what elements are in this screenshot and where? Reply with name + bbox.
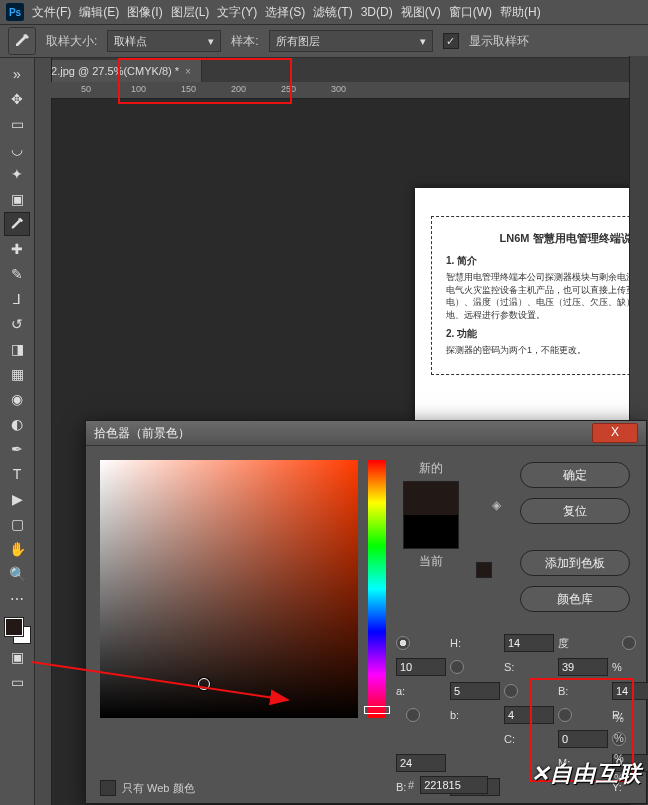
- hex-input[interactable]: [420, 776, 488, 794]
- color-picker-dialog: 拾色器（前景色） X 新的 当前 ◈ 确定 复位 添加到色板 颜色库: [85, 420, 647, 804]
- cube-icon[interactable]: ◈: [492, 498, 506, 512]
- tabs-toggle-icon[interactable]: »: [4, 62, 30, 86]
- close-tab-icon[interactable]: ×: [185, 66, 191, 77]
- chevron-down-icon: ▾: [420, 35, 426, 48]
- web-only-row: 只有 Web 颜色: [100, 780, 195, 796]
- foreground-swatch[interactable]: [5, 618, 23, 636]
- menu-help[interactable]: 帮助(H): [500, 0, 541, 24]
- ruler-horizontal: 50 100 150 200 250 300: [51, 82, 648, 99]
- menu-bar: Ps 文件(F) 编辑(E) 图像(I) 图层(L) 文字(Y) 选择(S) 滤…: [0, 0, 648, 25]
- more-tool[interactable]: ⋯: [4, 587, 30, 611]
- stamp-tool[interactable]: ⅃: [4, 287, 30, 311]
- hue-slider[interactable]: [368, 460, 386, 718]
- tool-panel: » ✥ ▭ ◡ ✦ ▣ ✚ ✎ ⅃ ↺ ◨ ▦ ◉ ◐ ✒ T ▶ ▢ ✋ 🔍 …: [0, 58, 35, 805]
- s-input[interactable]: [558, 658, 608, 676]
- menu-select[interactable]: 选择(S): [265, 0, 305, 24]
- current-label: 当前: [419, 553, 443, 570]
- hex-row: #: [408, 776, 488, 794]
- quickmask-tool[interactable]: ▣: [4, 645, 30, 669]
- radio-h[interactable]: [396, 636, 410, 650]
- lasso-tool[interactable]: ◡: [4, 137, 30, 161]
- sv-field[interactable]: [100, 460, 358, 718]
- radio-b[interactable]: [504, 684, 518, 698]
- add-swatch-button[interactable]: 添加到色板: [520, 550, 630, 576]
- lab-b-input[interactable]: [504, 706, 554, 724]
- screenmode-tool[interactable]: ▭: [4, 670, 30, 694]
- menu-view[interactable]: 视图(V): [401, 0, 441, 24]
- ruler-vertical: [35, 58, 52, 805]
- l-input[interactable]: [396, 658, 446, 676]
- current-color-swatch: [404, 515, 458, 548]
- menu-layer[interactable]: 图层(L): [171, 0, 210, 24]
- chevron-down-icon: ▾: [208, 35, 214, 48]
- hand-tool[interactable]: ✋: [4, 537, 30, 561]
- cancel-button[interactable]: 复位: [520, 498, 630, 524]
- sv-cursor[interactable]: [198, 678, 210, 690]
- menu-image[interactable]: 图像(I): [127, 0, 162, 24]
- doc-p1: 智慧用电管理终端本公司探测器模块与剩余电流互感器产生的电气火灾监控设备主机产品，…: [446, 271, 648, 321]
- sample-select[interactable]: 所有图层▾: [269, 30, 433, 52]
- radio-l[interactable]: [622, 636, 636, 650]
- heal-tool[interactable]: ✚: [4, 237, 30, 261]
- pen-tool[interactable]: ✒: [4, 437, 30, 461]
- new-color-swatch: [404, 482, 458, 515]
- web-only-checkbox[interactable]: [100, 780, 116, 796]
- marquee-tool[interactable]: ▭: [4, 112, 30, 136]
- document-tab[interactable]: 02.jpg @ 27.5%(CMYK/8) * ×: [35, 60, 202, 82]
- eyedropper-icon[interactable]: [8, 27, 36, 55]
- color-swatches[interactable]: [3, 616, 31, 644]
- menu-edit[interactable]: 编辑(E): [79, 0, 119, 24]
- eraser-tool[interactable]: ◨: [4, 337, 30, 361]
- new-label: 新的: [419, 460, 443, 477]
- eyedropper-tool[interactable]: [4, 212, 30, 236]
- sample-label: 样本:: [231, 33, 258, 50]
- tiny-swatch[interactable]: [476, 562, 492, 578]
- type-tool[interactable]: T: [4, 462, 30, 486]
- crop-tool[interactable]: ▣: [4, 187, 30, 211]
- path-select-tool[interactable]: ▶: [4, 487, 30, 511]
- menu-window[interactable]: 窗口(W): [449, 0, 492, 24]
- menu-file[interactable]: 文件(F): [32, 0, 71, 24]
- radio-s[interactable]: [450, 660, 464, 674]
- brush-tool[interactable]: ✎: [4, 262, 30, 286]
- radio-r[interactable]: [558, 708, 572, 722]
- hue-thumb[interactable]: [364, 706, 390, 714]
- color-preview: [403, 481, 459, 549]
- sample-size-label: 取样大小:: [46, 33, 97, 50]
- dialog-title: 拾色器（前景色）: [94, 425, 190, 442]
- zoom-tool[interactable]: 🔍: [4, 562, 30, 586]
- close-button[interactable]: X: [592, 423, 638, 443]
- c-input[interactable]: [558, 730, 608, 748]
- document-tabs: 02.jpg @ 27.5%(CMYK/8) * ×: [35, 58, 648, 82]
- gradient-tool[interactable]: ▦: [4, 362, 30, 386]
- options-bar: 取样大小: 取样点▾ 样本: 所有图层▾ ✓ 显示取样环: [0, 25, 648, 58]
- tab-label: 02.jpg @ 27.5%(CMYK/8) *: [45, 65, 179, 77]
- ok-button[interactable]: 确定: [520, 462, 630, 488]
- doc-title: LN6M 智慧用电管理终端说明: [446, 231, 648, 246]
- move-tool[interactable]: ✥: [4, 87, 30, 111]
- radio-b2[interactable]: [406, 708, 420, 722]
- doc-h2: 2. 功能: [446, 327, 648, 341]
- dialog-titlebar[interactable]: 拾色器（前景色） X: [86, 421, 646, 446]
- ps-logo: Ps: [6, 3, 24, 21]
- web-only-label: 只有 Web 颜色: [122, 781, 195, 796]
- color-library-button[interactable]: 颜色库: [520, 586, 630, 612]
- shape-tool[interactable]: ▢: [4, 512, 30, 536]
- menu-3d[interactable]: 3D(D): [361, 0, 393, 24]
- menu-type[interactable]: 文字(Y): [217, 0, 257, 24]
- blur-tool[interactable]: ◉: [4, 387, 30, 411]
- dodge-tool[interactable]: ◐: [4, 412, 30, 436]
- wand-tool[interactable]: ✦: [4, 162, 30, 186]
- show-ring-checkbox[interactable]: ✓: [443, 33, 459, 49]
- doc-h1: 1. 简介: [446, 254, 648, 268]
- history-brush-tool[interactable]: ↺: [4, 312, 30, 336]
- g-input[interactable]: [396, 754, 446, 772]
- b-input[interactable]: [612, 682, 648, 700]
- doc-p2: 探测器的密码为两个1，不能更改。: [446, 344, 648, 357]
- menu-filter[interactable]: 滤镜(T): [313, 0, 352, 24]
- h-input[interactable]: [504, 634, 554, 652]
- show-ring-label: 显示取样环: [469, 33, 529, 50]
- sample-size-select[interactable]: 取样点▾: [107, 30, 221, 52]
- a-input[interactable]: [450, 682, 500, 700]
